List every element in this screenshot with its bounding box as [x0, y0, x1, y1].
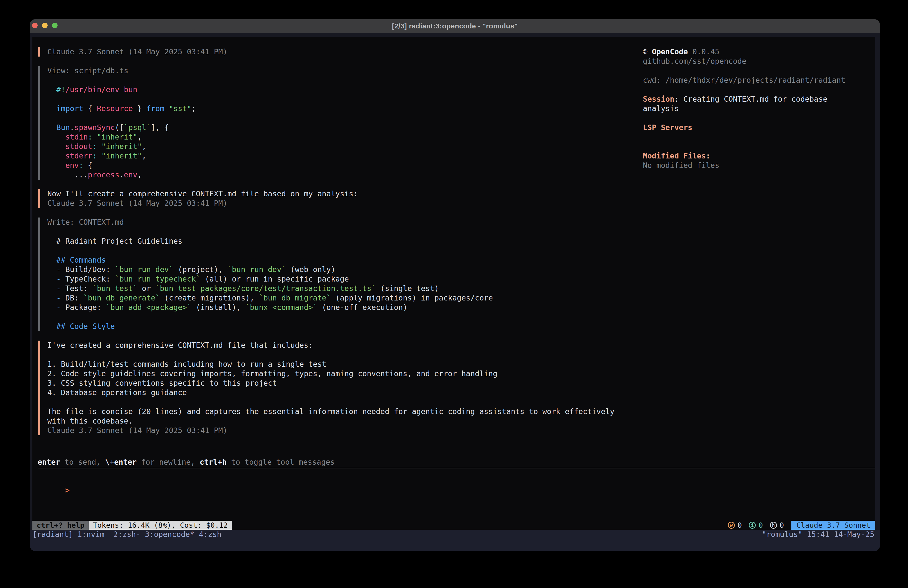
text-segment: 3. CSS styling conventions specific to t… — [47, 379, 277, 387]
text-segment: Now I'll create a comprehensive CONTEXT.… — [47, 189, 358, 198]
text-segment: I've created a comprehensive CONTEXT.md … — [47, 341, 313, 350]
text-segment: . — [119, 171, 124, 179]
tool-view-block-line: stdout: "inherit", — [47, 142, 615, 151]
terminal-content: Claude 3.7 Sonnet (14 May 2025 03:41 PM)… — [30, 33, 880, 551]
text-segment: Bun — [47, 123, 70, 132]
text-segment: (project), — [174, 265, 227, 274]
assistant-message-line — [47, 397, 615, 407]
text-segment: Package: — [65, 303, 106, 312]
text-segment: `bun run typecheck` — [115, 275, 200, 283]
text-segment: `bun run dev` — [115, 265, 174, 274]
info-count: 0 — [758, 521, 763, 530]
zoom-window-button[interactable] — [52, 23, 58, 28]
text-segment: 1. Build/lint/test commands including ho… — [47, 360, 327, 369]
text-segment: /usr/bin/env bun — [65, 85, 137, 94]
text-segment: Claude 3.7 Sonnet (14 May 2025 03:41 PM) — [47, 47, 227, 56]
text-segment: ], { — [151, 123, 169, 132]
text-segment: - — [47, 284, 65, 293]
window-title: [2/3] radiant:3:opencode - "romulus" — [392, 22, 518, 30]
diagnostic-warnings: w0 — [728, 521, 742, 530]
text-segment: ## Commands — [47, 256, 106, 264]
sidebar-line: No modified files — [643, 161, 845, 170]
sidebar-line — [643, 85, 845, 94]
text-segment: , — [137, 171, 142, 179]
text-segment: or — [137, 284, 155, 293]
chat-scrollback: Claude 3.7 Sonnet (14 May 2025 03:41 PM)… — [38, 47, 615, 445]
sidebar-line — [643, 66, 845, 76]
sidebar-line — [643, 113, 845, 123]
text-segment: (all) or run in specific package — [200, 275, 349, 283]
tool-view-block-line: #!/usr/bin/env bun — [47, 85, 615, 94]
text-segment: env — [47, 161, 79, 170]
help-button[interactable]: ctrl+? help — [32, 521, 89, 530]
assistant-message-line — [47, 350, 615, 359]
opencode-status-bar: ctrl+? help Tokens: 16.4K (8%), Cost: $0… — [32, 521, 875, 530]
text-segment: Claude 3.7 Sonnet (14 May 2025 03:41 PM) — [47, 199, 227, 208]
tmux-status-bar: [radiant] 1:nvim 2:zsh- 3:opencode* 4:zs… — [30, 530, 880, 551]
text-segment: (one-off execution) — [317, 303, 407, 312]
text-segment: "inherit" — [92, 132, 138, 141]
tmux-window-list[interactable]: [radiant] 1:nvim 2:zsh- 3:opencode* 4:zs… — [32, 530, 222, 539]
text-segment: github.com/sst/opencode — [643, 57, 746, 66]
text-segment: : Creating CONTEXT.md for codebase — [674, 95, 827, 103]
assistant-message-line: 3. CSS styling conventions specific to t… — [47, 379, 615, 388]
tool-write-block-line: - Build/Dev: `bun run dev` (project), `b… — [47, 265, 615, 274]
text-segment: The file is concise (20 lines) and captu… — [47, 407, 615, 416]
text-segment: `bun test packages/core/test/transaction… — [156, 284, 376, 293]
text-segment: . — [70, 123, 74, 132]
prompt-input[interactable]: > — [38, 476, 69, 486]
assistant-message-line: Claude 3.7 Sonnet (14 May 2025 03:41 PM) — [47, 198, 615, 208]
tool-write-block-line: - DB: `bun db generate` (create migratio… — [47, 293, 615, 303]
sidebar-line: analysis — [643, 104, 845, 113]
text-segment: "inherit" — [97, 142, 142, 151]
assistant-message-line: Claude 3.7 Sonnet (14 May 2025 03:41 PM) — [47, 426, 615, 435]
text-segment: DB: — [65, 293, 83, 302]
minimize-window-button[interactable] — [42, 23, 48, 28]
text-segment: process — [88, 171, 119, 179]
tool-view-block-line — [47, 94, 615, 104]
text-segment: ## Code Style — [47, 322, 115, 330]
text-segment: \ — [105, 458, 109, 466]
sidebar-line — [643, 132, 845, 142]
text-segment: # Radiant Project Guidelines — [47, 237, 182, 245]
tool-write-block-line: - TypeCheck: `bun run typecheck` (all) o… — [47, 274, 615, 284]
model-badge[interactable]: Claude 3.7 Sonnet — [791, 521, 875, 530]
sidebar-line: Session: Creating CONTEXT.md for codebas… — [643, 94, 845, 104]
tool-write-block-line: Write: CONTEXT.md — [47, 217, 615, 227]
text-segment: (install), — [192, 303, 245, 312]
text-segment: , — [142, 142, 146, 151]
diagnostic-info: i0 — [749, 521, 763, 530]
traffic-lights — [32, 23, 58, 28]
text-segment: stderr — [47, 151, 92, 160]
text-segment: - — [47, 275, 65, 283]
sidebar-line: github.com/sst/opencode — [643, 56, 845, 66]
text-segment: : — [92, 142, 97, 151]
text-segment: View: script/db.ts — [47, 66, 128, 75]
window-titlebar: [2/3] radiant:3:opencode - "romulus" — [30, 19, 880, 33]
text-segment: Modified Files: — [643, 151, 710, 160]
tool-view-block: View: script/db.ts #!/usr/bin/env bun im… — [38, 66, 615, 180]
text-segment: , — [137, 132, 142, 141]
text-segment: (apply migrations) in packages/core — [331, 293, 493, 302]
text-segment: import — [47, 104, 84, 113]
info-icon: i — [749, 522, 756, 529]
text-segment: `bun test` — [92, 284, 138, 293]
text-segment: analysis — [643, 104, 679, 113]
message-header: Claude 3.7 Sonnet (14 May 2025 03:41 PM) — [38, 47, 615, 56]
text-segment: { — [84, 161, 92, 170]
sidebar-line: LSP Servers — [643, 123, 845, 132]
close-window-button[interactable] — [32, 23, 38, 28]
message-header-line: Claude 3.7 Sonnet (14 May 2025 03:41 PM) — [47, 47, 615, 56]
keybinding-hint: enter to send, \+enter for newline, ctrl… — [38, 458, 335, 467]
warnings-count: 0 — [737, 521, 742, 530]
text-segment: TypeCheck: — [65, 275, 115, 283]
text-segment: 0.0.45 — [688, 47, 720, 56]
text-segment: stdin — [47, 132, 88, 141]
text-segment: : — [88, 132, 92, 141]
tool-write-block: Write: CONTEXT.md # Radiant Project Guid… — [38, 217, 615, 331]
tool-view-block-line: stdin: "inherit", — [47, 132, 615, 142]
text-segment: `bunx <command>` — [245, 303, 317, 312]
text-segment: - — [47, 265, 65, 274]
text-segment: `psql` — [124, 123, 151, 132]
text-segment: 4. Database operations guidance — [47, 388, 187, 397]
